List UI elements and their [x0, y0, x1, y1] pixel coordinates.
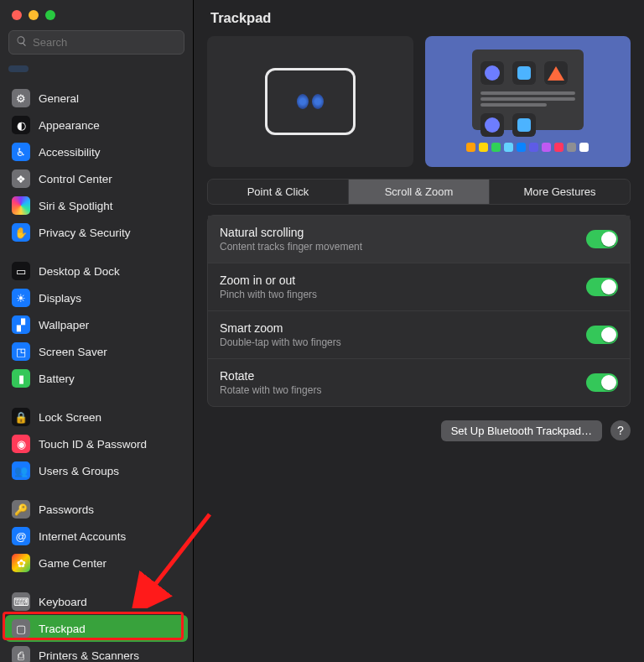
sidebar-item-game-center[interactable]: ✿Game Center: [5, 550, 188, 576]
sidebar-item-appearance[interactable]: ◐Appearance: [5, 112, 188, 138]
tab-point-click[interactable]: Point & Click: [208, 180, 348, 204]
toggle-rotate[interactable]: [586, 373, 618, 392]
sidebar-item-label: Game Center: [39, 557, 106, 570]
page-title: Trackpad: [194, 0, 644, 33]
sidebar-item-label: Passwords: [39, 503, 94, 516]
sidebar-item-label: Accessibility: [39, 146, 101, 159]
sidebar-item-privacy-security[interactable]: ✋Privacy & Security: [5, 219, 188, 246]
lock-screen-icon: 🔒: [12, 408, 30, 426]
sidebar-item-keyboard[interactable]: ⌨Keyboard: [5, 588, 188, 615]
search-input[interactable]: [33, 36, 177, 49]
sidebar-item-label: Displays: [39, 292, 81, 305]
toggle-smart-zoom[interactable]: [586, 326, 618, 344]
touchid-icon: ◉: [12, 435, 30, 453]
sidebar-item-printers-scanners[interactable]: ⎙Printers & Scanners: [5, 642, 188, 662]
internet-accounts-icon: @: [12, 527, 30, 545]
trackpad-illustration: [265, 68, 356, 135]
sidebar-item-label: Battery: [39, 373, 75, 385]
main-content: Trackpad: [194, 0, 644, 662]
siri-spotlight-icon: [12, 196, 30, 215]
sidebar-item-label: Screen Saver: [39, 346, 107, 358]
sidebar-item-accessibility[interactable]: ♿︎Accessibility: [5, 138, 188, 165]
window-controls: [0, 0, 193, 23]
privacy-security-icon: ✋: [12, 223, 30, 242]
toggle-natural-scrolling[interactable]: [586, 230, 618, 248]
sidebar-item-label: Keyboard: [39, 596, 87, 608]
printers-scanners-icon: ⎙: [12, 646, 30, 662]
search-field[interactable]: [8, 30, 184, 55]
setting-title: Rotate: [220, 369, 321, 383]
trackpad-preview: [207, 36, 413, 167]
sidebar-item-wallpaper[interactable]: ▞Wallpaper: [5, 311, 188, 338]
setting-desc: Rotate with two fingers: [220, 384, 321, 396]
setting-title: Smart zoom: [220, 321, 341, 335]
game-center-icon: ✿: [12, 554, 30, 572]
fingerprint-icon: [312, 94, 324, 109]
sidebar-item-label: Desktop & Dock: [39, 265, 120, 278]
help-button[interactable]: ?: [610, 420, 631, 440]
sidebar-item-displays[interactable]: ☀Displays: [5, 284, 188, 311]
fullscreen-button[interactable]: [45, 10, 55, 20]
toggle-zoom[interactable]: [586, 278, 618, 296]
sidebar-item-label: Users & Groups: [39, 465, 119, 477]
search-icon: [16, 35, 28, 50]
sidebar-peek-row: [8, 63, 184, 75]
dock-preview: [466, 143, 589, 152]
sidebar-item-passwords[interactable]: 🔑Passwords: [5, 496, 188, 523]
setting-row-rotate: RotateRotate with two fingers: [208, 358, 630, 406]
general-icon: ⚙︎: [12, 89, 30, 107]
sidebar-item-siri-spotlight[interactable]: Siri & Spotlight: [5, 192, 188, 219]
setting-row-smart-zoom: Smart zoomDouble-tap with two fingers: [208, 310, 630, 358]
sidebar-item-general[interactable]: ⚙︎General: [5, 85, 188, 112]
sidebar-item-trackpad[interactable]: ▢Trackpad: [5, 615, 188, 642]
sidebar-item-label: Lock Screen: [39, 411, 101, 424]
sidebar-item-label: Appearance: [39, 119, 100, 132]
setting-desc: Content tracks finger movement: [220, 241, 362, 253]
sidebar: ⚙︎General◐Appearance♿︎Accessibility❖Cont…: [0, 0, 194, 662]
setup-bluetooth-trackpad-button[interactable]: Set Up Bluetooth Trackpad…: [441, 420, 602, 441]
preview-row: [207, 36, 631, 167]
sidebar-item-label: Trackpad: [39, 623, 86, 635]
sidebar-item-screen-saver[interactable]: ◳Screen Saver: [5, 338, 188, 365]
accessibility-icon: ♿︎: [12, 143, 30, 161]
sidebar-item-label: Control Center: [39, 173, 112, 185]
tab-scroll-zoom[interactable]: Scroll & Zoom: [348, 180, 489, 204]
sidebar-item-label: Siri & Spotlight: [39, 200, 113, 212]
setting-title: Natural scrolling: [220, 226, 362, 239]
sidebar-item-label: Touch ID & Password: [39, 438, 147, 451]
tab-more-gestures[interactable]: More Gestures: [489, 180, 630, 204]
fingerprint-icon: [297, 94, 309, 109]
desktop-dock-icon: ▭: [12, 262, 30, 280]
setting-desc: Pinch with two fingers: [220, 289, 317, 300]
battery-icon: ▮: [12, 369, 30, 388]
sidebar-item-users-groups[interactable]: 👥Users & Groups: [5, 457, 188, 484]
sidebar-item-label: Printers & Scanners: [39, 649, 139, 662]
minimize-button[interactable]: [29, 10, 39, 20]
sidebar-item-desktop-dock[interactable]: ▭Desktop & Dock: [5, 258, 188, 284]
sidebar-item-control-center[interactable]: ❖Control Center: [5, 165, 188, 192]
displays-icon: ☀: [12, 289, 30, 307]
setting-desc: Double-tap with two fingers: [220, 336, 341, 348]
sidebar-item-battery[interactable]: ▮Battery: [5, 365, 188, 392]
users-groups-icon: 👥: [12, 461, 30, 480]
appearance-icon: ◐: [12, 116, 30, 134]
passwords-icon: 🔑: [12, 500, 30, 519]
control-center-icon: ❖: [12, 169, 30, 188]
sidebar-item-label: General: [39, 92, 79, 105]
setting-row-natural-scrolling: Natural scrollingContent tracks finger m…: [208, 216, 630, 263]
sidebar-item-touchid[interactable]: ◉Touch ID & Password: [5, 430, 188, 457]
trackpad-icon: ▢: [12, 619, 30, 638]
tab-bar: Point & Click Scroll & Zoom More Gesture…: [207, 179, 631, 205]
close-button[interactable]: [12, 10, 22, 20]
sidebar-nav: ⚙︎General◐Appearance♿︎Accessibility❖Cont…: [0, 80, 193, 662]
desktop-preview: [425, 36, 631, 167]
sidebar-item-label: Wallpaper: [39, 319, 89, 331]
wallpaper-icon: ▞: [12, 315, 30, 334]
keyboard-icon: ⌨: [12, 592, 30, 611]
sidebar-item-internet-accounts[interactable]: @Internet Accounts: [5, 523, 188, 550]
settings-panel: Natural scrollingContent tracks finger m…: [207, 215, 631, 407]
sidebar-item-label: Privacy & Security: [39, 227, 131, 239]
screen-saver-icon: ◳: [12, 342, 30, 361]
sidebar-item-label: Internet Accounts: [39, 530, 126, 543]
sidebar-item-lock-screen[interactable]: 🔒Lock Screen: [5, 404, 188, 430]
